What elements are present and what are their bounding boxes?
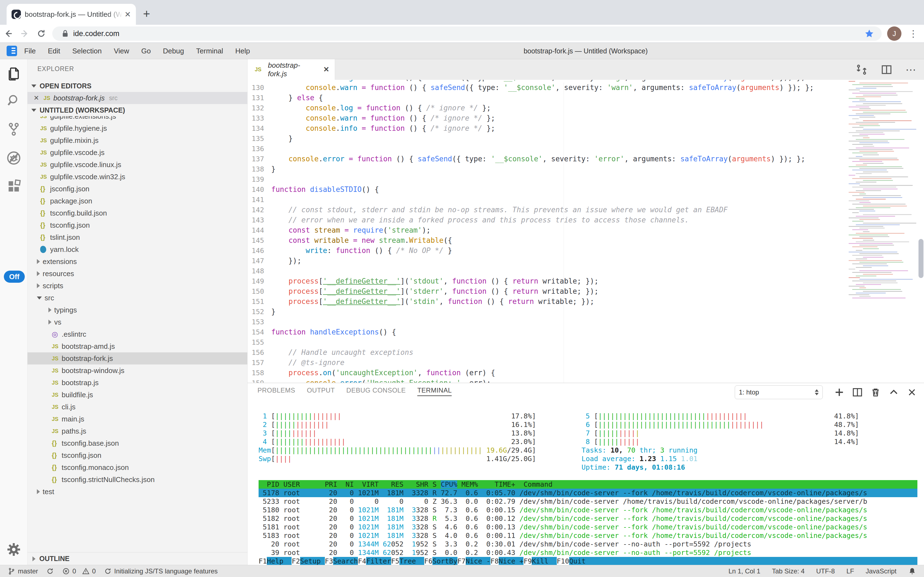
file-item-tsconfig.base.json[interactable]: {}tsconfig.base.json: [27, 437, 247, 449]
problems-indicator[interactable]: 0 0: [62, 567, 96, 575]
file-item-package.json[interactable]: {}package.json: [27, 195, 247, 207]
file-item-tsconfig.monaco.json[interactable]: {}tsconfig.monaco.json: [27, 461, 247, 474]
file-item-gulpfile.extensions.js[interactable]: JSgulpfile.extensions.js: [27, 116, 247, 122]
panel-tab-problems[interactable]: PROBLEMS: [257, 387, 295, 396]
file-item-cli.js[interactable]: JScli.js: [27, 401, 247, 413]
menu-debug[interactable]: Debug: [163, 47, 184, 55]
maximize-panel-icon[interactable]: [888, 387, 899, 398]
panel-tab-debug-console[interactable]: DEBUG CONSOLE: [346, 387, 406, 396]
more-actions-icon[interactable]: ⋯: [906, 64, 917, 76]
code-line-159[interactable]: 159 console.error('Uncaught Exception: '…: [247, 378, 846, 383]
code-line-130[interactable]: 130 console.warn = function () { safeSen…: [247, 82, 846, 93]
file-item-gulpfile.vscode.js[interactable]: JSgulpfile.vscode.js: [27, 147, 247, 159]
code-line-155[interactable]: 155: [247, 337, 846, 347]
file-item-main.js[interactable]: JSmain.js: [27, 413, 247, 425]
language-mode[interactable]: JavaScript: [866, 567, 897, 575]
file-item-scripts[interactable]: scripts: [27, 280, 247, 292]
code-line-142[interactable]: 142 // const stdout, stderr and stdin be…: [247, 205, 846, 215]
close-panel-icon[interactable]: [906, 387, 918, 398]
file-item-tsconfig.json[interactable]: {}tsconfig.json: [27, 449, 247, 461]
minimap[interactable]: [847, 81, 917, 301]
app-logo-icon[interactable]: [6, 46, 17, 56]
file-item-tsconfig.json[interactable]: {}tsconfig.json: [27, 219, 247, 231]
menu-view[interactable]: View: [114, 47, 129, 55]
code-line-132[interactable]: 132 console.log = function () { /* ignor…: [247, 103, 846, 113]
kill-terminal-icon[interactable]: [870, 387, 881, 398]
editor-scrollbar[interactable]: [919, 239, 924, 278]
explorer-icon[interactable]: [6, 66, 21, 81]
terminal-picker[interactable]: 1: htop: [735, 385, 823, 399]
file-item-.eslintrc[interactable]: ◎.eslintrc: [27, 328, 247, 340]
menu-file[interactable]: File: [24, 47, 36, 55]
file-item-tslint.json[interactable]: {}tslint.json: [27, 231, 247, 243]
code-line-143[interactable]: 143 // error when we are inside a forked…: [247, 215, 846, 225]
file-item-extensions[interactable]: extensions: [27, 255, 247, 268]
code-line-150[interactable]: 150 process['__defineGetter__']('stderr'…: [247, 286, 846, 297]
sync-button[interactable]: [46, 567, 54, 575]
cursor-position[interactable]: Ln 1, Col 1: [728, 567, 760, 575]
file-item-tsconfig.build.json[interactable]: {}tsconfig.build.json: [27, 207, 247, 219]
close-icon[interactable]: ✕: [34, 94, 39, 102]
indentation[interactable]: Tab Size: 4: [772, 567, 805, 575]
split-terminal-icon[interactable]: [852, 387, 863, 398]
code-line-131[interactable]: 131 } else {: [247, 93, 846, 103]
file-item-vs[interactable]: vs: [27, 316, 247, 328]
code-line-146[interactable]: 146 write: function () { /* No OP */ }: [247, 245, 846, 256]
file-item-gulpfile.vscode.linux.js[interactable]: JSgulpfile.vscode.linux.js: [27, 159, 247, 171]
code-line-158[interactable]: 158 process.on('uncaughtException', func…: [247, 368, 846, 378]
code-line-138[interactable]: 138}: [247, 164, 846, 174]
code-line-145[interactable]: 145 const writable = new stream.Writable…: [247, 235, 846, 245]
code-line-144[interactable]: 144 const stream = require('stream');: [247, 225, 846, 235]
file-item-jsconfig.json[interactable]: {}jsconfig.json: [27, 183, 247, 195]
file-item-yarn.lock[interactable]: yarn.lock: [27, 243, 247, 255]
encoding[interactable]: UTF-8: [816, 567, 835, 575]
bookmark-star-icon[interactable]: [864, 28, 874, 39]
branch-indicator[interactable]: master: [8, 567, 38, 575]
code-line-153[interactable]: 153: [247, 317, 846, 327]
file-item-src[interactable]: src: [27, 292, 247, 304]
file-item-test[interactable]: test: [27, 486, 247, 496]
browser-tab[interactable]: bootstrap-fork.js — Untitled (W ✕: [6, 4, 136, 25]
open-changes-icon[interactable]: [855, 64, 868, 76]
code-line-147[interactable]: 147 });: [247, 256, 846, 266]
off-toggle-badge[interactable]: Off: [4, 271, 25, 283]
file-item-paths.js[interactable]: JSpaths.js: [27, 425, 247, 437]
section-outline[interactable]: OUTLINE: [27, 552, 247, 565]
avatar[interactable]: J: [887, 26, 902, 41]
notifications-bell-icon[interactable]: [908, 567, 916, 575]
file-item-bootstrap-window.js[interactable]: JSbootstrap-window.js: [27, 364, 247, 377]
code-line-139[interactable]: 139: [247, 174, 846, 184]
section-workspace[interactable]: UNTITLED (WORKSPACE): [27, 104, 247, 116]
code-line-137[interactable]: 137 console.error = function () { safeSe…: [247, 154, 846, 164]
code-line-157[interactable]: 157 // @ts-ignore: [247, 358, 846, 368]
browser-menu-icon[interactable]: ⋮: [909, 29, 918, 38]
terminal[interactable]: 1 [|||||||||||||||| 17.8%] 5 [||||||||||…: [259, 412, 918, 562]
tab-close-icon[interactable]: ✕: [323, 65, 329, 74]
menu-help[interactable]: Help: [235, 47, 250, 55]
code-line-148[interactable]: 148: [247, 266, 846, 276]
section-open-editors[interactable]: OPEN EDITORS: [27, 80, 247, 92]
file-item-gulpfile.vscode.win32.js[interactable]: JSgulpfile.vscode.win32.js: [27, 171, 247, 183]
menu-selection[interactable]: Selection: [72, 47, 102, 55]
code-line-156[interactable]: 156 // Handle uncaught exceptions: [247, 347, 846, 358]
code-line-133[interactable]: 133 console.warn = function () { /* igno…: [247, 113, 846, 123]
file-item-typings[interactable]: typings: [27, 304, 247, 316]
editor-tab[interactable]: JS bootstrap-fork.js ✕: [247, 59, 335, 80]
extensions-icon[interactable]: [6, 179, 21, 194]
url-text[interactable]: ide.coder.com: [73, 29, 864, 38]
code-line-149[interactable]: 149 process['__defineGetter__']('stdout'…: [247, 276, 846, 286]
file-item-bootstrap-fork.js[interactable]: JSbootstrap-fork.js: [27, 352, 247, 364]
reload-icon[interactable]: [33, 29, 50, 38]
panel-tab-output[interactable]: OUTPUT: [307, 387, 335, 396]
source-control-icon[interactable]: [6, 121, 21, 137]
eol-sequence[interactable]: LF: [847, 567, 854, 575]
code-editor[interactable]: 129 console.log = function () { safeSend…: [247, 80, 924, 383]
file-item-gulpfile.mixin.js[interactable]: JSgulpfile.mixin.js: [27, 134, 247, 147]
code-pane[interactable]: 129 console.log = function () { safeSend…: [247, 80, 846, 383]
file-item-bootstrap-amd.js[interactable]: JSbootstrap-amd.js: [27, 340, 247, 352]
menu-terminal[interactable]: Terminal: [196, 47, 223, 55]
code-line-141[interactable]: 141: [247, 195, 846, 205]
file-item-tsconfig.strictNullChecks.json[interactable]: {}tsconfig.strictNullChecks.json: [27, 474, 247, 486]
back-icon[interactable]: [0, 29, 16, 38]
menu-go[interactable]: Go: [141, 47, 151, 55]
